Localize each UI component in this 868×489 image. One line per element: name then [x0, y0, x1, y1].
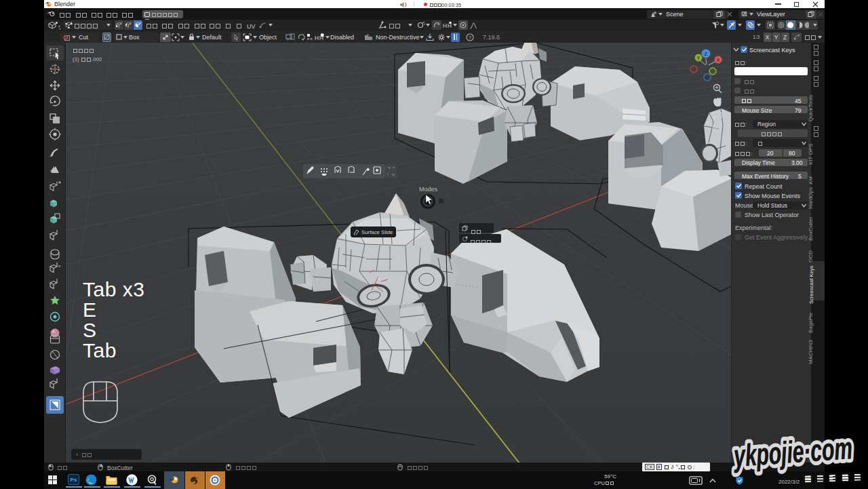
svg-text:ykpojie·com: ykpojie·com	[732, 431, 853, 473]
svg-text:X: X	[717, 58, 720, 62]
svg-text:Y: Y	[697, 56, 701, 60]
svg-text:Z: Z	[705, 52, 708, 56]
svg-text:?: ?	[469, 34, 471, 40]
